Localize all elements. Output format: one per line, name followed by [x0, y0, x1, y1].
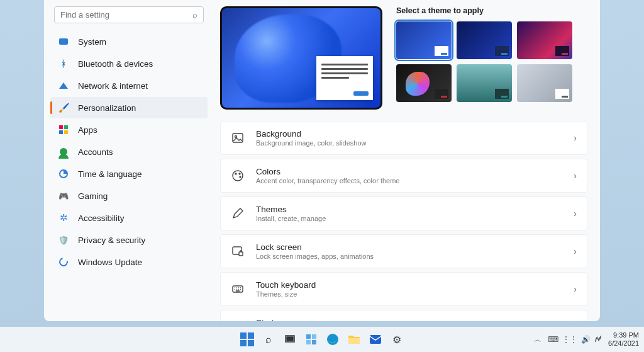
svg-rect-20 — [348, 338, 360, 344]
option-keyboard[interactable]: Touch keyboardThemes, size › — [220, 272, 587, 306]
option-sub: Install, create, manage — [256, 215, 574, 222]
chevron-right-icon: › — [574, 284, 577, 294]
sidebar-item-time[interactable]: Time & language — [50, 163, 208, 185]
option-sub: Background image, color, slideshow — [256, 139, 574, 147]
option-list: BackgroundBackground image, color, slide… — [220, 121, 587, 321]
keyboard-tray-icon[interactable]: ⌨ — [548, 335, 558, 344]
desktop-preview — [220, 6, 382, 110]
tray-chevron-icon[interactable]: ︿ — [534, 334, 541, 345]
globe-icon — [58, 168, 69, 179]
svg-rect-17 — [306, 340, 311, 344]
shield-icon: 🛡️ — [58, 234, 69, 246]
sidebar-item-label: Personalization — [78, 103, 136, 113]
theme-section: Select a theme to apply — [396, 6, 587, 110]
palette-icon — [231, 169, 245, 183]
system-icon — [58, 36, 69, 47]
theme-thumb-3[interactable] — [517, 21, 572, 59]
bluetooth-icon: ᚼ — [58, 58, 69, 69]
theme-thumb-6[interactable] — [517, 64, 572, 102]
svg-point-3 — [235, 173, 236, 174]
settings-taskbar-button[interactable]: ⚙ — [389, 331, 405, 348]
option-colors[interactable]: ColorsAccent color, transparency effects… — [220, 159, 587, 193]
taskbar-center: ⌕ ⚙ — [239, 331, 405, 348]
settings-window: ⌕ System ᚼ Bluetooth & devices Network &… — [44, 0, 600, 321]
start-button[interactable] — [239, 331, 255, 348]
svg-point-4 — [239, 173, 240, 174]
system-tray[interactable]: ⌨ ⋮⋮ 🔊 🗲 — [548, 335, 602, 344]
brush-icon: 🖌️ — [58, 102, 69, 113]
svg-rect-16 — [312, 334, 316, 339]
pen-icon — [231, 207, 245, 220]
taskbar: ⌕ ⚙ ︿ ⌨ ⋮⋮ 🔊 🗲 9:39 PM 6/24/2021 — [0, 327, 644, 352]
preview-sample-window — [316, 56, 373, 100]
apps-icon — [58, 124, 69, 135]
chevron-right-icon: › — [574, 133, 577, 143]
chevron-right-icon: › — [574, 171, 577, 181]
sidebar-item-gaming[interactable]: 🎮 Gaming — [50, 185, 208, 207]
taskbar-clock[interactable]: 9:39 PM 6/24/2021 — [608, 331, 639, 347]
sidebar-item-update[interactable]: Windows Update — [50, 251, 208, 273]
svg-point-5 — [240, 176, 241, 178]
theme-thumb-1[interactable] — [396, 21, 452, 59]
sidebar-item-bluetooth[interactable]: ᚼ Bluetooth & devices — [50, 53, 208, 74]
mail-button[interactable] — [367, 331, 384, 348]
theme-thumb-5[interactable] — [457, 64, 512, 102]
sidebar-item-label: Network & internet — [78, 81, 148, 91]
search-input[interactable] — [60, 10, 192, 20]
content-area: Select a theme to apply BackgroundBackgr… — [214, 0, 600, 321]
svg-rect-14 — [287, 337, 293, 341]
svg-point-1 — [235, 136, 237, 138]
option-title: Start — [256, 318, 574, 321]
svg-rect-0 — [233, 133, 243, 142]
sidebar-item-system[interactable]: System — [50, 31, 208, 52]
volume-tray-icon[interactable]: 🔊 — [581, 335, 591, 344]
edge-button[interactable] — [325, 331, 341, 348]
option-lockscreen[interactable]: Lock screenLock screen images, apps, ani… — [220, 234, 587, 268]
theme-heading: Select a theme to apply — [396, 6, 587, 15]
option-background[interactable]: BackgroundBackground image, color, slide… — [220, 121, 587, 155]
option-title: Colors — [256, 167, 574, 176]
sidebar-item-label: Time & language — [78, 169, 142, 179]
taskbar-search-button[interactable]: ⌕ — [260, 331, 277, 348]
chevron-right-icon: › — [574, 208, 577, 219]
battery-tray-icon[interactable]: 🗲 — [594, 335, 602, 344]
sidebar-item-label: Apps — [78, 125, 97, 135]
sidebar-item-label: Privacy & security — [78, 236, 145, 245]
option-themes[interactable]: ThemesInstall, create, manage › — [220, 196, 587, 230]
option-start[interactable]: StartRecent apps and items, folders › — [220, 310, 587, 321]
clock-date: 6/24/2021 — [608, 339, 639, 348]
sidebar-item-accessibility[interactable]: ✲ Accessibility — [50, 207, 208, 229]
sidebar-item-label: Bluetooth & devices — [78, 59, 153, 69]
svg-rect-15 — [306, 334, 311, 339]
task-view-button[interactable] — [282, 331, 298, 348]
wifi-tray-icon[interactable]: ⋮⋮ — [562, 335, 577, 344]
widgets-button[interactable] — [303, 331, 319, 348]
update-icon — [58, 256, 69, 268]
option-sub: Accent color, transparency effects, colo… — [256, 177, 574, 185]
sidebar-item-apps[interactable]: Apps — [50, 119, 208, 140]
settings-sidebar: ⌕ System ᚼ Bluetooth & devices Network &… — [44, 0, 214, 321]
preview-row: Select a theme to apply — [220, 6, 587, 110]
start-icon — [231, 320, 245, 321]
theme-thumb-2[interactable] — [457, 21, 512, 59]
search-box[interactable]: ⌕ — [54, 6, 204, 23]
keyboard-icon — [231, 282, 245, 296]
chevron-right-icon: › — [574, 246, 577, 256]
svg-point-19 — [327, 334, 338, 345]
sidebar-item-label: Gaming — [78, 191, 108, 201]
sidebar-item-personalization[interactable]: 🖌️ Personalization — [50, 97, 208, 118]
sidebar-item-label: Accessibility — [78, 213, 125, 223]
sidebar-item-accounts[interactable]: Accounts — [50, 141, 208, 162]
wifi-icon — [58, 80, 69, 91]
theme-grid — [396, 21, 587, 102]
explorer-button[interactable] — [346, 331, 362, 348]
sidebar-item-network[interactable]: Network & internet — [50, 75, 208, 96]
sidebar-item-privacy[interactable]: 🛡️ Privacy & security — [50, 229, 208, 251]
sidebar-item-label: System — [78, 37, 106, 47]
theme-thumb-4[interactable] — [396, 64, 452, 102]
option-title: Lock screen — [256, 242, 574, 252]
sidebar-item-label: Windows Update — [78, 258, 142, 267]
taskbar-right: ︿ ⌨ ⋮⋮ 🔊 🗲 9:39 PM 6/24/2021 — [534, 331, 639, 347]
svg-rect-7 — [239, 252, 243, 256]
option-title: Touch keyboard — [256, 280, 574, 290]
